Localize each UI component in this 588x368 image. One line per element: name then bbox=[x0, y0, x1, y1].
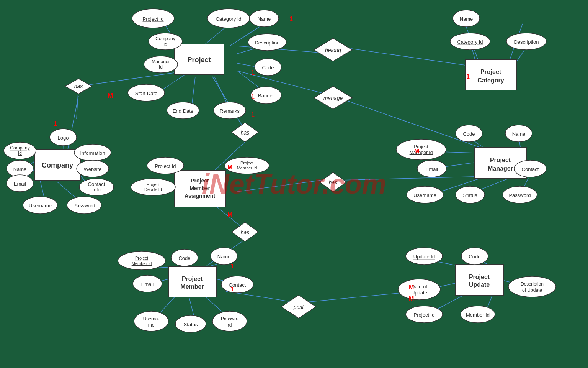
manage-label: manage bbox=[323, 95, 343, 101]
company-logo-label: Logo bbox=[58, 135, 69, 141]
member-password-label2: rd bbox=[228, 322, 232, 328]
has3-label: has bbox=[329, 179, 338, 186]
project-member-label2: Member bbox=[180, 283, 204, 290]
svg-line-25 bbox=[333, 46, 479, 67]
project-enddate-label: End Date bbox=[173, 108, 193, 114]
pma-label2: Member bbox=[189, 185, 210, 191]
project-managerid-label: Manager bbox=[152, 59, 170, 64]
cardinality-m-has1: M bbox=[108, 92, 113, 99]
pma-projectdetailsid-label: Project bbox=[147, 182, 160, 187]
cardinality-m-has2-project: M bbox=[227, 164, 232, 171]
pm-password-label: Password bbox=[509, 192, 531, 198]
company-website-label: Website bbox=[84, 166, 102, 172]
cardinality-1-member-name: 1 bbox=[230, 263, 234, 269]
project-startdate-label: Start Date bbox=[135, 90, 158, 96]
pma-memberid-label2: Member Id bbox=[237, 166, 257, 170]
company-info-label: Information bbox=[80, 150, 105, 156]
project-category-label2: Category bbox=[477, 77, 504, 84]
company-password-label: Password bbox=[73, 203, 95, 209]
cardinality-m-has4: M bbox=[227, 211, 232, 218]
project-managerid-label2: Id bbox=[159, 64, 163, 70]
has1-label: has bbox=[74, 83, 83, 89]
project-description-label: Description bbox=[255, 40, 279, 46]
pm-managerid-attr bbox=[396, 139, 446, 160]
pm-contact-label: Contact bbox=[522, 166, 539, 172]
category-id-label: Category Id bbox=[216, 16, 241, 22]
pma-projectdetailsid-label2: Details Id bbox=[144, 187, 162, 192]
project-banner-label: Banner bbox=[258, 93, 274, 99]
member-password-label1: Passwo- bbox=[221, 316, 238, 322]
pma-label1: Project bbox=[191, 177, 209, 184]
update-id-label: Update Id bbox=[413, 254, 435, 260]
project-category-label1: Project bbox=[480, 69, 501, 75]
post-label: post bbox=[293, 304, 304, 310]
project-companyid-attr bbox=[149, 33, 182, 50]
pm-code-label: Code bbox=[463, 131, 475, 137]
pm-username-label: Username bbox=[413, 192, 436, 198]
pc-description-label: Description bbox=[514, 39, 539, 45]
company-id-label2: Id bbox=[18, 151, 22, 156]
update-desc-label2: of Update bbox=[522, 288, 542, 293]
cardinality-1-member-contact: 1 bbox=[230, 286, 234, 292]
member-username-label2: me bbox=[148, 322, 155, 328]
update-date-label2: Update bbox=[411, 290, 427, 296]
cardinality-1-belong: 1 bbox=[466, 73, 470, 80]
project-label: Project bbox=[187, 56, 211, 64]
company-id-label: Company bbox=[10, 145, 29, 151]
cardinality-m-update2: M bbox=[409, 296, 414, 302]
member-code-label: Code bbox=[178, 255, 190, 261]
cardinality-1-company: 1 bbox=[54, 120, 57, 127]
pma-projectid-label: Project Id bbox=[155, 163, 176, 169]
company-username-label: Username bbox=[29, 203, 52, 209]
has4-label: has bbox=[241, 229, 250, 235]
member-status-label: Status bbox=[184, 322, 198, 327]
svg-line-48 bbox=[341, 176, 486, 180]
company-label: Company bbox=[42, 161, 73, 169]
pma-memberid-label1: Project bbox=[240, 161, 253, 165]
update-desc-label1: Description bbox=[521, 281, 544, 287]
pm-status-label: Status bbox=[463, 192, 477, 198]
member-id-label1: Project bbox=[135, 256, 148, 260]
cardinality-1-top: 1 bbox=[289, 16, 293, 22]
update-projectid-label: Project Id bbox=[414, 312, 435, 318]
company-contactinfo-label1: Contact bbox=[88, 181, 105, 187]
company-contactinfo-label2: Info bbox=[92, 187, 101, 192]
pc-categoryid-label: Category Id bbox=[457, 39, 483, 45]
cardinality-1-banner: 1 bbox=[251, 94, 255, 100]
project-code-label: Code bbox=[262, 65, 274, 71]
pc-name-label: Name bbox=[460, 16, 473, 22]
company-email-label: Email bbox=[14, 181, 26, 187]
cardinality-1-remarks: 1 bbox=[251, 112, 255, 118]
update-code-label: Code bbox=[469, 254, 480, 260]
er-diagram: has belong manage has has has post Proje… bbox=[0, 0, 588, 368]
svg-line-47 bbox=[237, 180, 322, 192]
member-id-attr bbox=[118, 251, 165, 270]
project-name-label: Name bbox=[258, 16, 271, 22]
cardinality-1-code: 1 bbox=[251, 69, 255, 76]
member-id-label2: Member Id bbox=[132, 261, 152, 266]
project-update-label1: Project bbox=[469, 274, 490, 280]
member-username-label1: Userna- bbox=[143, 316, 160, 322]
project-id-label: Project Id bbox=[143, 16, 164, 22]
company-name-label: Name bbox=[13, 166, 27, 172]
pm-name-label: Name bbox=[512, 131, 526, 137]
project-companyid-label2: Id bbox=[163, 42, 167, 47]
has2-label: has bbox=[241, 130, 250, 136]
member-email-label: Email bbox=[141, 281, 154, 287]
belong-label: belong bbox=[325, 47, 341, 53]
pm-managerid-label2: Manager Id bbox=[410, 150, 433, 155]
project-manager-label1: Project bbox=[490, 157, 511, 163]
update-desc-attr bbox=[508, 276, 556, 297]
update-date-attr bbox=[398, 279, 440, 300]
project-remarks-label: Remarks bbox=[220, 108, 240, 114]
project-member-label1: Project bbox=[182, 276, 203, 282]
pma-label3: Assignment bbox=[185, 193, 215, 199]
member-name-label: Name bbox=[217, 254, 231, 260]
cardinality-m-manage: M bbox=[414, 148, 419, 154]
update-memberid-label: Member Id bbox=[466, 312, 490, 318]
cardinality-m-update1: M bbox=[409, 284, 414, 291]
project-manager-label2: Manager bbox=[488, 165, 513, 172]
project-companyid-label: Company bbox=[155, 36, 175, 41]
pm-email-label: Email bbox=[426, 166, 438, 172]
project-update-label2: Update bbox=[469, 281, 490, 288]
